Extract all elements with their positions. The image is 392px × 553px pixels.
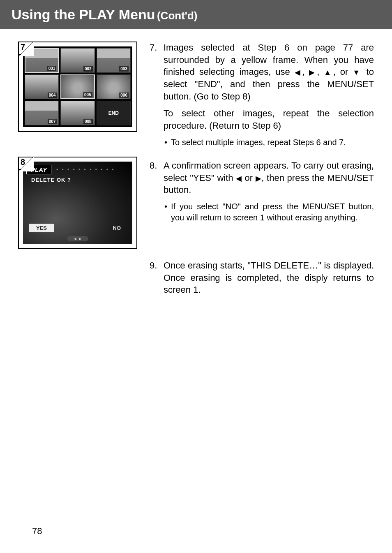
step-8-para-1: A confirmation screen appears. To carry … [164, 160, 374, 196]
figure-8-number: 8 [18, 157, 34, 170]
play-confirmation-screen: PLAY • • • • • • • • • • • DELETE OK ? Y… [23, 162, 132, 244]
thumbnail-005: 005 [60, 74, 95, 99]
up-arrow-icon: ▲ [324, 68, 333, 76]
step-7-para-1: Images selected at Step 6 on page 77 are… [164, 42, 374, 102]
step-8: 8. A confirmation screen appears. To car… [150, 160, 374, 223]
yes-button: YES [29, 224, 54, 232]
down-arrow-icon: ▼ [353, 68, 362, 76]
figure-7: 7 SD 001 002 003 004 005 006 007 008 END [18, 42, 137, 132]
header-sub: (Cont'd) [157, 9, 198, 22]
left-arrow-icon: ◀ [236, 174, 242, 183]
step-7-bullet: • To select multiple images, repeat Step… [164, 137, 374, 148]
right-arrow-icon: ▶ [309, 68, 317, 76]
thumbnail-006: 006 [97, 74, 131, 99]
thumbnail-003: 003 [97, 48, 131, 73]
thumbnail-end: END [97, 101, 131, 125]
step-7-number: 7. [150, 42, 164, 148]
thumbnail-004: 004 [25, 74, 59, 99]
content-area: 7 SD 001 002 003 004 005 006 007 008 END… [0, 29, 392, 312]
step-7-para-2: To select other images, repeat the selec… [164, 107, 374, 132]
step-9-number: 9. [150, 259, 164, 301]
play-header: PLAY • • • • • • • • • • • [26, 165, 129, 174]
nav-arrows-icon: ◄ ► [67, 236, 88, 241]
delete-ok-prompt: DELETE OK ? [31, 177, 129, 183]
step-9-body: Once erasing starts, "THIS DELETE…" is d… [164, 259, 374, 301]
bullet-icon: • [164, 201, 171, 223]
right-arrow-icon: ▶ [256, 174, 262, 183]
thumbnail-002: 002 [60, 48, 95, 73]
thumbnail-007: 007 [25, 101, 59, 125]
figures-column: 7 SD 001 002 003 004 005 006 007 008 END… [18, 42, 137, 312]
no-button: NO [107, 224, 127, 232]
step-9: 9. Once erasing starts, "THIS DELETE…" i… [150, 259, 374, 301]
step-7-body: Images selected at Step 6 on page 77 are… [164, 42, 374, 148]
step-8-bullet: • If you select "NO" and press the MENU/… [164, 201, 374, 223]
step-9-para-1: Once erasing starts, "THIS DELETE…" is d… [164, 259, 374, 296]
page-number: 78 [32, 526, 42, 537]
step-8-body: A confirmation screen appears. To carry … [164, 160, 374, 223]
figure-7-number: 7 [18, 42, 34, 55]
page-header: Using the PLAY Menu (Cont'd) [0, 0, 392, 29]
step-8-number: 8. [150, 160, 164, 223]
step-7: 7. Images selected at Step 6 on page 77 … [150, 42, 374, 148]
thumbnail-grid: SD 001 002 003 004 005 006 007 008 END [23, 46, 132, 127]
header-title: Using the PLAY Menu [12, 7, 155, 22]
left-arrow-icon: ◀ [295, 68, 302, 76]
thumbnail-008: 008 [60, 101, 95, 125]
play-dots: • • • • • • • • • • • [56, 167, 115, 173]
instructions-column: 7. Images selected at Step 6 on page 77 … [150, 42, 374, 312]
bullet-icon: • [164, 137, 171, 148]
figure-8: 8 PLAY • • • • • • • • • • • DELETE OK ?… [18, 157, 137, 249]
play-buttons: YES NO [29, 224, 127, 232]
